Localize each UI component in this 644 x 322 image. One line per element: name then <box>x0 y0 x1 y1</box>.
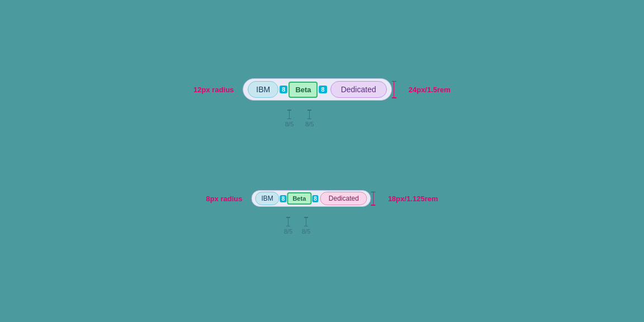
row1-height-meas: 24px/1.5rem <box>392 81 451 98</box>
row1-spacing-left-label: 8/5 <box>285 121 293 127</box>
row2-dedicated-pill: Dedicated <box>320 192 367 205</box>
row1-spacing-right-vert <box>309 111 310 119</box>
row2-spacing-right-vert <box>306 218 306 226</box>
row1-spacing-left: 8/5 <box>285 110 293 127</box>
row2-bracket-bot <box>371 205 376 206</box>
row2-spacing-right-cap2 <box>304 226 308 227</box>
row2-spacing-left-label: 8/5 <box>284 228 292 235</box>
row2-spacing-left-cap2 <box>286 226 290 227</box>
row1-height-label: 24px/1.5rem <box>409 86 451 94</box>
row2-height-label: 18px/1.125rem <box>388 195 438 203</box>
row1-group: 12px radius IBM 8 Beta 8 Dedicated <box>193 78 451 101</box>
row2-radius-label: 8px radius <box>206 195 242 203</box>
row1-spacing-left-vert <box>289 111 290 119</box>
row2-pill-group: IBM 8 Beta 8 Dedicated <box>252 190 371 207</box>
row1-beta-pill: Beta <box>288 82 318 98</box>
row2-height-meas: 18px/1.125rem <box>371 192 438 206</box>
row2-spacer-right: 8 <box>312 195 319 202</box>
row1-bracket-mid <box>394 82 395 97</box>
row1-bracket-bot <box>392 97 396 98</box>
diagram-container: 12px radius IBM 8 Beta 8 Dedicated <box>0 0 644 322</box>
row1-spacing-right: 8/5 <box>305 110 314 127</box>
row2-beta-pill: Beta <box>287 192 311 205</box>
row2-group: 8px radius IBM 8 Beta 8 Dedicated <box>206 190 438 207</box>
row1-radius-label: 12px radius <box>193 86 234 94</box>
row2-spacing-right: 8/5 <box>302 217 310 235</box>
row1-spacer-right: 8 <box>319 86 327 93</box>
row2-spacing-left-vert <box>288 218 288 226</box>
row1-dedicated-pill: Dedicated <box>330 81 387 98</box>
row1-ibm-pill: IBM <box>248 81 278 98</box>
row2-spacing-left: 8/5 <box>284 217 292 235</box>
row1-spacer-left: 8 <box>280 86 287 93</box>
row1-pill-group: IBM 8 Beta 8 Dedicated <box>243 78 391 101</box>
row1-spacing-right-cap2 <box>307 119 311 120</box>
row2-spacer-left: 8 <box>280 195 287 202</box>
row2-height-bracket <box>371 192 376 206</box>
row2-spacing-right-label: 8/5 <box>302 228 310 235</box>
row1-spacing-left-cap2 <box>287 119 291 120</box>
row1-spacing-right-label: 8/5 <box>305 121 314 127</box>
row1-height-bracket <box>392 81 396 98</box>
row2-ibm-pill: IBM <box>255 192 280 205</box>
row2-bracket-mid <box>373 192 374 205</box>
